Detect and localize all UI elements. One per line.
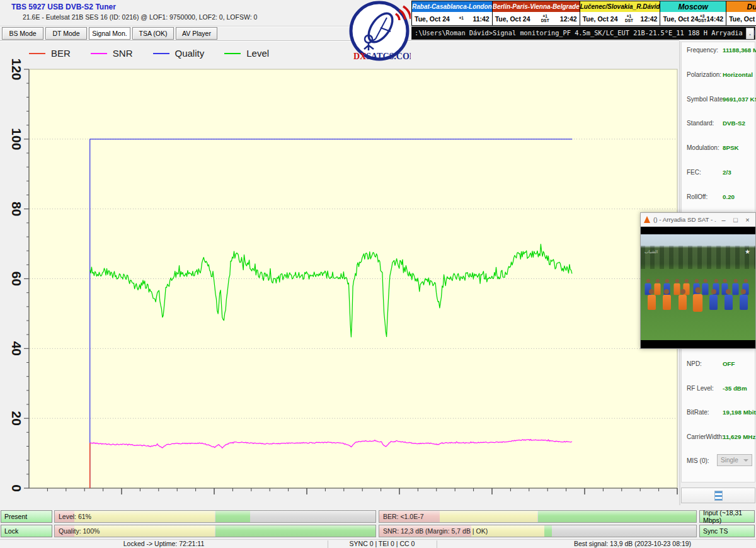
tab-dt-mode[interactable]: DT Mode (45, 27, 87, 40)
close-button[interactable]: × (743, 216, 752, 224)
tab-av-player[interactable]: AV Player (176, 27, 217, 40)
param-symbol-rate: Symbol Rate:9691,037 KS/s (687, 96, 753, 104)
quality-bar-label: Quality: 100% (59, 525, 100, 537)
param-value: 0.20 (723, 193, 735, 200)
clock-utc-offset: +3DST (698, 14, 706, 23)
quality-bar: Quality: 100% (54, 525, 376, 537)
param-value: 9691,037 KS/s (723, 96, 756, 103)
clock-city-label: Dubai (726, 1, 756, 12)
scroll-up-icon[interactable]: ▴ (746, 28, 754, 40)
snr-bar: SNR: 12,3 dB (Margin: 5,7 dB | OK) (379, 525, 697, 537)
clock-time: 11:42 (472, 15, 489, 23)
bar-zone (215, 525, 376, 537)
status-bar: Locked -> Uptime: 72:21:11 SYNC 0 | TEI … (0, 539, 756, 548)
vlc-cone-icon (644, 216, 650, 223)
input-rate-indicator: Input (~18,31 Mbps) (699, 510, 755, 523)
layers-icon (714, 491, 723, 501)
terminal-window[interactable]: :\Users\Roman Dávid>Signal monitoring_PF… (411, 26, 755, 40)
legend-label: Level (246, 48, 269, 59)
tab-tsa-ok[interactable]: TSA (OK) (132, 27, 174, 40)
svg-text:120: 120 (9, 58, 24, 80)
player-figure (693, 287, 702, 312)
dxsatcs-logo: DXSATCS.COM (348, 0, 411, 64)
param-label: RollOff: (687, 193, 707, 200)
tab-bs-mode[interactable]: BS Mode (2, 27, 43, 40)
svg-text:40: 40 (9, 341, 24, 356)
clock-city-label: Lučenec/Slovakia_R.Dávid (580, 1, 660, 12)
legend-item-snr: SNR (91, 48, 133, 59)
mis-dropdown-value: Single (721, 457, 738, 464)
param-fec: FEC:2/3 (687, 169, 753, 177)
tab-signal-mon[interactable]: Signal Mon. (89, 27, 130, 40)
chart-legend: BERSNRQualityLevel (29, 48, 289, 59)
ber-bar-label: BER: <1.0E-7 (383, 511, 424, 522)
player-figure (702, 279, 709, 295)
param-label: NPD: (687, 360, 702, 367)
clock-date: Tue, Oct 24 (415, 15, 450, 23)
param-value: 2/3 (723, 169, 731, 176)
terminal-text: :\Users\Roman Dávid>Signal monitoring_PF… (415, 29, 755, 37)
terminal-scrollbar[interactable]: ▴ ▾ (746, 28, 754, 40)
clock-berlin-paris-vienna-belgrade: Berlin-Paris-Vienna-BelgradeTue, Oct 24+… (493, 1, 580, 26)
clock-city-label: Berlin-Paris-Vienna-Belgrade (493, 1, 580, 12)
mis-dropdown[interactable]: Single (717, 454, 752, 466)
legend-item-quality: Quality (153, 48, 205, 59)
minimize-button[interactable]: – (719, 216, 728, 224)
world-clocks: Rabat-Casablanca-LondonTue, Oct 24+111:4… (411, 1, 755, 26)
player-figure (679, 289, 687, 310)
present-indicator: Present (1, 510, 52, 523)
legend-line-swatch (29, 53, 45, 54)
tuner-app-window: TBS 5927 USB DVB-S2 Tuner 21.6E - Eutels… (0, 0, 756, 548)
vlc-window-title: () - Arryadia SD SAT - ... (653, 216, 716, 223)
video-frame: الشباب ★ (641, 234, 755, 340)
param-label: CarrierWidth: (687, 433, 724, 440)
legend-label: Quality (175, 48, 205, 59)
player-figure (724, 289, 733, 310)
param-bitrate: BitRate:19,198 Mbit/s (687, 409, 753, 417)
param-label: Modulation: (687, 144, 719, 151)
signal-chart: 020406080100120 (0, 41, 679, 505)
clock-time: 12:42 (641, 15, 658, 23)
param-value: OFF (723, 360, 735, 367)
param-label: FEC: (687, 169, 701, 176)
legend-label: BER (51, 48, 71, 59)
vlc-video-area: الشباب ★ (641, 227, 755, 348)
clock-moscow: MoscowTue, Oct 24+3DST14:42 (660, 1, 726, 26)
clock-city-label: Moscow (660, 1, 726, 12)
vlc-player-window[interactable]: () - Arryadia SD SAT - ... – □ × الشباب … (640, 212, 756, 349)
vlc-titlebar[interactable]: () - Arryadia SD SAT - ... – □ × (641, 213, 755, 227)
bar-zone (538, 511, 697, 522)
legend-line-swatch (224, 53, 241, 54)
param-value: 8PSK (723, 144, 739, 151)
player-figure (732, 279, 738, 295)
clock-time: 12:42 (560, 15, 577, 23)
details-button[interactable] (681, 488, 755, 503)
bar-zone (215, 511, 251, 522)
uptime-status: Locked -> Uptime: 72:21:11 (0, 540, 328, 548)
clock-time-row: Tue, Oct 24+414:42 (726, 12, 756, 25)
bar-zone (250, 511, 375, 522)
svg-text:80: 80 (9, 202, 24, 216)
legend-item-level: Level (224, 48, 269, 59)
param-standard: Standard:DVB-S2 (687, 120, 753, 128)
player-figure (663, 289, 671, 310)
param-frequency: Frequency:11188,368 MHz (687, 47, 753, 55)
svg-text:DXSATCS.COM: DXSATCS.COM (353, 52, 411, 61)
param-value: 11,629 MHz (723, 433, 755, 440)
best-signal-status: Best signal: 13,9 dB (2023-10-23 08:19) (437, 540, 756, 548)
param-value: 19,198 Mbit/s (723, 409, 756, 416)
mode-tabs: BS ModeDT ModeSignal Mon.TSA (OK)AV Play… (2, 27, 217, 40)
param-modulation: Modulation:8PSK (687, 144, 753, 152)
clock-time-row: Tue, Oct 24+1DST12:42 (493, 12, 580, 25)
bar-zone (440, 511, 538, 522)
param-polarization: Polarization:Horizontal (687, 71, 753, 79)
param-value: 11188,368 MHz (723, 47, 756, 54)
tree-line (641, 246, 755, 269)
clock-lu-enec-slovakia-r-d-vid: Lučenec/Slovakia_R.DávidTue, Oct 24+1DST… (580, 1, 661, 26)
legend-item-ber: BER (29, 48, 71, 59)
maximize-button[interactable]: □ (731, 216, 740, 224)
clock-date: Tue, Oct 24 (729, 15, 756, 23)
channel-watermark: الشباب (644, 249, 658, 254)
level-bar: Level: 61% (54, 510, 376, 523)
legend-line-swatch (91, 53, 107, 54)
